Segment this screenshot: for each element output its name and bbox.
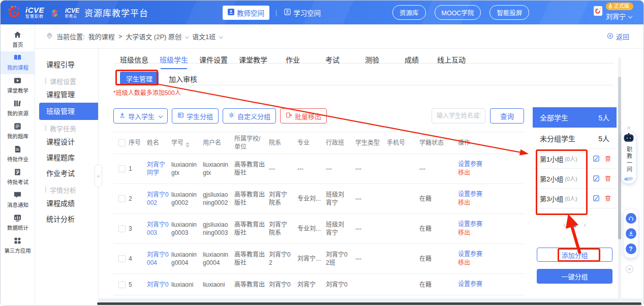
assistant-close-icon[interactable]: ✕ <box>627 126 631 132</box>
batch-remove-button[interactable]: 批量移出 <box>280 108 327 124</box>
auto-group-button[interactable]: 一键分组 <box>537 269 612 284</box>
delete-group-icon[interactable] <box>604 175 611 182</box>
custom-grouping-button[interactable]: 自定义分组 <box>223 108 276 124</box>
cell-student_id: liuxiaoni <box>171 281 203 289</box>
set-contest-link[interactable]: 设置参赛 <box>458 220 521 229</box>
sort-icon[interactable] <box>186 142 190 147</box>
course-nav-item-2[interactable]: 课程管理 <box>35 87 98 103</box>
help-icon[interactable]: ? <box>626 243 636 254</box>
set-contest-link[interactable]: 设置参赛 <box>458 280 521 289</box>
row-checkbox[interactable] <box>118 195 126 202</box>
delete-group-icon[interactable] <box>604 155 611 162</box>
set-contest-link[interactable]: 设置参赛 <box>458 160 521 169</box>
tab-5[interactable]: 考试 <box>315 51 350 71</box>
tab-1[interactable]: 班级学生 <box>156 51 192 71</box>
sidebar-item-pending-exams[interactable]: 待批考试 <box>1 166 35 189</box>
tab-2[interactable]: 课件设置 <box>196 51 231 71</box>
breadcrumb: 当前位置: 我的课程 > 大学语文 (2P) 原创 语文1班 返回 <box>35 24 643 49</box>
user-info: 正式版 刘宵宁 <box>606 3 633 21</box>
edit-group-icon[interactable] <box>593 195 600 202</box>
row-checkbox[interactable] <box>118 225 126 232</box>
teacher-space-button[interactable]: 教师空间 <box>223 6 269 20</box>
cell-name[interactable]: 刘宵宁0004 <box>147 251 171 267</box>
set-contest-link[interactable]: 设置参赛 <box>458 250 521 259</box>
cell-no: 1 <box>129 165 147 173</box>
next-page-button[interactable]: › <box>584 221 586 229</box>
cell-name[interactable]: 刘宵宁0003 <box>147 221 171 237</box>
sidebar-item-data-statistics[interactable]: 数据统计 <box>1 211 35 234</box>
course-nav-item-10[interactable]: 统计分析 <box>35 211 98 227</box>
search-button[interactable]: 查询 <box>490 108 524 124</box>
subtab-1[interactable]: 加入审核 <box>169 74 197 84</box>
breadcrumb-class-dropdown[interactable]: 语文1班 <box>192 32 223 41</box>
course-nav-item-7[interactable]: 作业考试 <box>35 166 98 181</box>
sidebar-item-third-party-apps[interactable]: 第三方应用 <box>1 234 35 257</box>
sidebar-item-classroom-teaching[interactable]: 课堂教学 <box>1 74 35 97</box>
collapse-sidebar-button[interactable]: « <box>95 164 102 188</box>
remove-link[interactable]: 移出 <box>458 169 521 177</box>
user-menu[interactable]: 正式版 刘宵宁 <box>594 3 633 21</box>
tab-0[interactable]: 班级信息 <box>116 51 152 71</box>
column-header-label: 学号 <box>171 139 183 146</box>
course-nav-item-0[interactable]: 课程引导 <box>35 57 98 73</box>
download-icon[interactable] <box>626 228 636 239</box>
tab-6[interactable]: 测验 <box>354 51 390 71</box>
cell-name[interactable]: 刘宵宁0002 <box>147 191 171 207</box>
course-nav-item-9[interactable]: 课程成绩 <box>35 196 98 211</box>
group-filter-all[interactable]: 全部学生 5人 <box>533 107 617 128</box>
student-grouping-button[interactable]: 学生分组 <box>172 108 219 124</box>
edit-group-icon[interactable] <box>593 175 600 182</box>
tab-7[interactable]: 成绩 <box>394 51 430 71</box>
row-checkbox[interactable] <box>118 165 126 172</box>
group-row-0[interactable]: 第1小组(0人) <box>533 149 617 169</box>
remove-link[interactable]: 移出 <box>458 199 521 207</box>
customer-service-icon[interactable] <box>626 213 636 224</box>
top-pill-2[interactable]: 智能投屏 <box>489 5 529 20</box>
top-pill-0[interactable]: 资源库 <box>392 5 426 20</box>
course-nav-item-6[interactable]: 课程题库 <box>35 150 98 166</box>
set-contest-link[interactable]: 设置参赛 <box>458 190 521 199</box>
logo1-text: iCVE 智慧职教 <box>25 6 44 19</box>
delete-group-icon[interactable] <box>604 195 611 202</box>
prev-page-button[interactable]: ‹ <box>563 221 566 229</box>
sidebar-item-notifications[interactable]: 消息通知 <box>1 189 35 211</box>
cell-name[interactable]: 刘宵宁0 <box>147 281 171 289</box>
tab-8[interactable]: 线上互动 <box>434 51 469 71</box>
row-checkbox-cell <box>113 281 129 288</box>
course-nav-item-5[interactable]: 课程设计 <box>35 134 98 150</box>
edit-group-icon[interactable] <box>593 155 600 162</box>
group-row-1[interactable]: 第2小组(0人) <box>533 169 617 189</box>
cell-admin_class: 班级刘宵宁 <box>326 221 355 237</box>
top-pill-1[interactable]: MOOC学院 <box>435 5 481 20</box>
back-button[interactable]: 返回 <box>607 32 629 41</box>
remove-link[interactable]: 移出 <box>458 229 521 237</box>
cell-name[interactable]: 刘宵宁同学 <box>147 161 171 177</box>
sidebar-item-my-question-bank[interactable]: 我的题库 <box>1 120 35 143</box>
window-bottom-edge <box>97 302 641 305</box>
select-all-checkbox[interactable] <box>118 139 126 146</box>
assistant-button[interactable]: 职教一问 <box>622 132 636 183</box>
breadcrumb-course-dropdown[interactable]: 大学语文 (2P) 原创 <box>126 32 189 41</box>
group-row-2[interactable]: 第3小组(0人) <box>533 189 617 208</box>
import-students-button[interactable]: 导入学生 <box>113 108 168 124</box>
group-filter-ungrouped[interactable]: 未分组学生 5人 <box>533 128 617 149</box>
row-checkbox[interactable] <box>118 281 126 288</box>
cell-student_type: --- <box>355 225 387 233</box>
search-input[interactable] <box>432 108 485 124</box>
current-page[interactable]: 1 <box>573 221 576 229</box>
remove-link[interactable]: 移出 <box>458 259 521 267</box>
row-checkbox[interactable] <box>118 255 126 262</box>
tab-4[interactable]: 作业 <box>275 51 311 71</box>
sidebar-item-my-resources[interactable]: 我的资源 <box>1 97 35 120</box>
library-icon <box>13 99 22 108</box>
sidebar-item-pending-homework[interactable]: 待批作业 <box>1 143 35 166</box>
collapse-widgets-icon[interactable]: ✕ <box>626 265 633 273</box>
sidebar-item-home[interactable]: 首页 <box>1 28 35 51</box>
breadcrumb-my-courses[interactable]: 我的课程 <box>88 32 115 41</box>
course-nav-item-3[interactable]: 班级管理 <box>39 103 98 120</box>
learn-space-button[interactable]: 学习空间 <box>283 6 322 20</box>
add-group-button[interactable]: 添加分组 <box>537 248 612 262</box>
tab-3[interactable]: 课堂教学 <box>235 51 271 71</box>
sidebar-item-my-courses[interactable]: 我的课程 <box>1 51 35 74</box>
subtab-0[interactable]: 学生管理 <box>120 72 159 85</box>
